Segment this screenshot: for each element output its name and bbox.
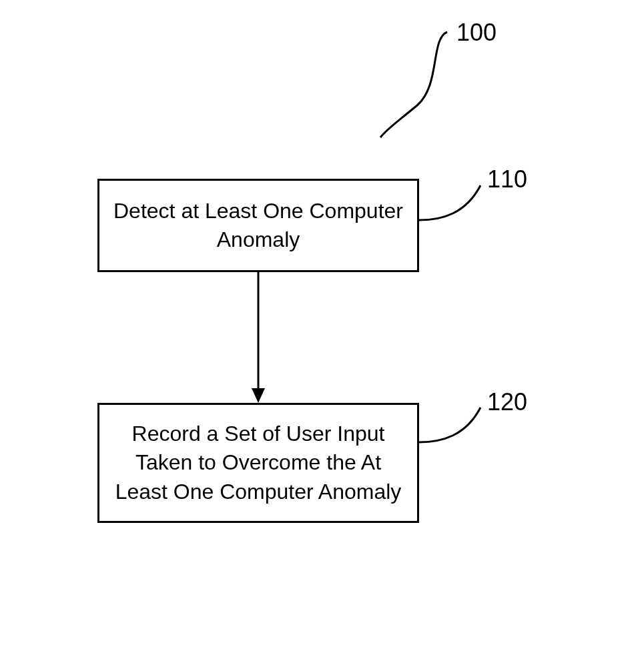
flowchart-step-record-user-input: Record a Set of User Input Taken to Over… [97, 403, 419, 523]
step-label-120: 120 [487, 388, 527, 416]
figure-label-100: 100 [456, 19, 497, 47]
step-label-110: 110 [487, 165, 527, 193]
flow-arrow-110-to-120 [250, 272, 266, 403]
svg-marker-1 [252, 388, 265, 403]
leader-curve-100 [374, 25, 467, 139]
flowchart-step-detect-anomaly: Detect at Least One Computer Anomaly [97, 179, 419, 272]
flowchart-container: 100 Detect at Least One Computer Anomaly… [0, 0, 644, 667]
